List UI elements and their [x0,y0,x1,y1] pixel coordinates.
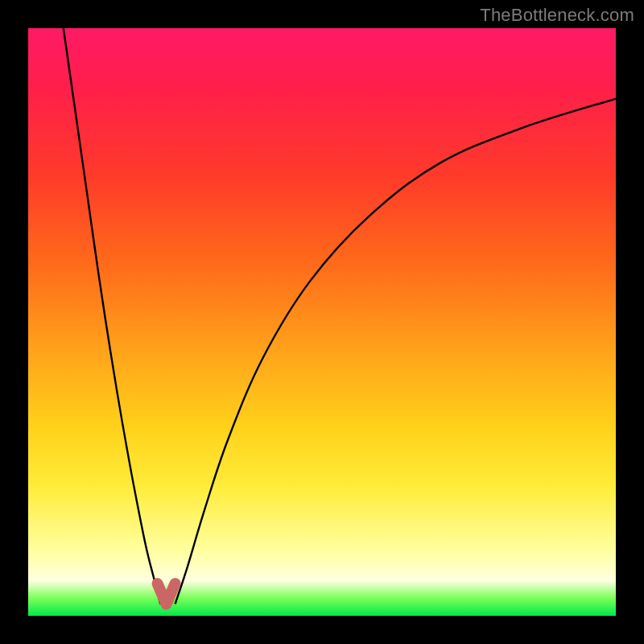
left-branch-curve [64,28,161,604]
curve-layer [28,28,616,616]
plot-area [28,28,616,616]
right-branch-curve [175,99,617,605]
minimum-marker [158,584,175,605]
chart-frame: TheBottleneck.com [0,0,644,644]
watermark-text: TheBottleneck.com [480,5,634,26]
